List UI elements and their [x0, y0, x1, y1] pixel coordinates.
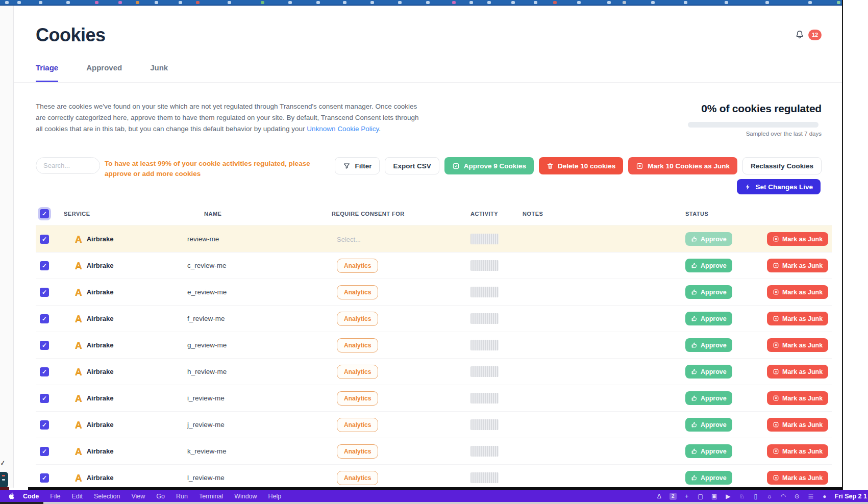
spotlight-search-icon[interactable]: ⊙ — [793, 493, 801, 499]
browser-tab-favicon[interactable] — [196, 1, 200, 4]
set-changes-live-button[interactable]: Set Changes Live — [737, 179, 821, 194]
consent-cell[interactable]: Analytics — [332, 259, 470, 273]
consent-cell[interactable]: Analytics — [332, 391, 470, 406]
consent-tag[interactable]: Analytics — [337, 391, 378, 406]
browser-tab-favicon[interactable] — [577, 1, 581, 4]
flask-icon[interactable]: Δ — [656, 493, 663, 499]
terminal-icon[interactable]: ▣ — [711, 493, 718, 499]
consent-tag[interactable]: Analytics — [337, 418, 378, 432]
table-row[interactable]: ✓ A Airbrake e_review-me Analytics Appro… — [36, 279, 832, 305]
mark-as-junk-button[interactable]: Mark as Junk — [767, 418, 828, 432]
table-row[interactable]: ✓ A Airbrake k_review-me Analytics Appro… — [36, 438, 832, 464]
row-checkbox[interactable]: ✓ — [40, 261, 49, 270]
browser-tab-favicon[interactable] — [370, 1, 374, 4]
consent-cell[interactable]: Analytics — [332, 444, 470, 459]
search-input[interactable] — [36, 157, 100, 174]
table-row[interactable]: ✓ A Airbrake g_review-me Analytics Appro… — [36, 332, 832, 358]
row-checkbox[interactable]: ✓ — [40, 235, 49, 244]
mark-as-junk-button[interactable]: Mark as Junk — [767, 471, 828, 485]
mark-as-junk-button[interactable]: Mark as Junk — [767, 338, 828, 352]
notification-badge[interactable]: 12 — [808, 30, 822, 40]
approve-button[interactable]: Approve — [685, 285, 732, 299]
approve-button[interactable]: Approve — [685, 338, 732, 352]
consent-cell[interactable]: Select... — [332, 235, 470, 244]
consent-tag[interactable]: Analytics — [337, 312, 378, 326]
table-row[interactable]: ✓ A Airbrake j_review-me Analytics Appro… — [36, 411, 832, 438]
plus-icon[interactable]: + — [683, 493, 690, 499]
browser-tab-favicon[interactable] — [808, 1, 812, 4]
mark-as-junk-button[interactable]: Mark as Junk — [767, 391, 828, 405]
filter-button[interactable]: Filter — [335, 157, 380, 174]
browser-tab-favicon[interactable] — [5, 1, 9, 4]
menubar-item[interactable]: Window — [229, 493, 262, 500]
browser-tab-favicon[interactable] — [837, 1, 840, 4]
browser-tab-favicon[interactable] — [261, 1, 264, 4]
consent-tag[interactable]: Analytics — [337, 471, 378, 485]
mark-junk-bulk-button[interactable]: Mark 10 Cookies as Junk — [628, 157, 737, 174]
fox-icon[interactable]: ♘ — [738, 493, 746, 499]
browser-tab-favicon[interactable] — [607, 1, 611, 4]
menubar-item[interactable]: Run — [170, 493, 193, 500]
mark-as-junk-button[interactable]: Mark as Junk — [767, 312, 828, 325]
menubar-clock[interactable]: Fri Sep 2 1 — [835, 493, 867, 500]
menubar-item[interactable]: Terminal — [193, 493, 229, 500]
browser-tab-favicon[interactable] — [553, 1, 557, 4]
consent-cell[interactable]: Analytics — [332, 338, 470, 352]
browser-tab-favicon[interactable] — [39, 1, 42, 4]
menubar-item[interactable]: Edit — [66, 493, 88, 500]
browser-tab-favicon[interactable] — [765, 1, 769, 4]
row-checkbox[interactable]: ✓ — [40, 288, 49, 297]
browser-tab-favicon[interactable] — [684, 1, 687, 4]
browser-tab-favicon[interactable] — [179, 1, 182, 4]
browser-tab-favicon[interactable] — [316, 1, 320, 4]
browser-tab-favicon[interactable] — [136, 1, 139, 4]
row-checkbox[interactable]: ✓ — [40, 420, 49, 430]
row-checkbox[interactable]: ✓ — [40, 394, 49, 403]
control-center-icon[interactable]: ☰ — [807, 493, 814, 499]
menubar-item[interactable]: File — [44, 493, 66, 500]
browser-tab-favicon[interactable] — [511, 1, 515, 4]
browser-tab-favicon[interactable] — [343, 1, 346, 4]
apple-logo-icon[interactable] — [5, 492, 17, 500]
unknown-cookie-policy-link[interactable]: Unknown Cookie Policy — [307, 125, 379, 133]
approve-button[interactable]: Approve — [685, 365, 732, 379]
browser-tabstrip[interactable] — [0, 0, 842, 6]
mark-as-junk-button[interactable]: Mark as Junk — [767, 285, 828, 299]
approve-button[interactable]: Approve — [685, 312, 732, 325]
consent-cell[interactable]: Analytics — [332, 365, 470, 379]
browser-tab-favicon[interactable] — [487, 1, 491, 4]
consent-tag[interactable]: Analytics — [337, 338, 378, 352]
browser-tab-favicon[interactable] — [288, 1, 292, 4]
status-dot-icon[interactable]: ● — [821, 493, 828, 499]
settings-icon[interactable]: ☼ — [766, 493, 773, 499]
browser-tab-favicon[interactable] — [725, 1, 728, 4]
browser-tab-favicon[interactable] — [651, 1, 655, 4]
browser-tab-favicon[interactable] — [469, 1, 473, 4]
table-row[interactable]: ✓ A Airbrake f_review-me Analytics Appro… — [36, 305, 832, 332]
browser-tab-favicon[interactable] — [155, 1, 158, 4]
browser-tab-favicon[interactable] — [95, 1, 98, 4]
consent-tag[interactable]: Analytics — [337, 365, 378, 379]
reclassify-cookies-button[interactable]: Reclassify Cookies — [742, 157, 822, 174]
approve-button[interactable]: Approve — [685, 391, 732, 405]
browser-tab-favicon[interactable] — [534, 1, 537, 4]
approve-button[interactable]: Approve — [685, 232, 732, 246]
approve-button[interactable]: Approve — [685, 471, 732, 485]
row-checkbox[interactable]: ✓ — [40, 447, 49, 456]
browser-tab-favicon[interactable] — [398, 1, 402, 4]
export-csv-button[interactable]: Export CSV — [385, 157, 439, 174]
copy-icon[interactable]: ▢ — [697, 493, 704, 499]
row-checkbox[interactable]: ✓ — [40, 341, 49, 350]
menubar-item[interactable]: Go — [151, 493, 170, 500]
battery-icon[interactable]: ▯ — [752, 493, 759, 499]
mark-as-junk-button[interactable]: Mark as Junk — [767, 259, 828, 272]
bell-icon[interactable] — [795, 29, 805, 40]
table-row[interactable]: ✓ A Airbrake c_review-me Analytics Appro… — [36, 252, 832, 279]
consent-cell[interactable]: Analytics — [332, 312, 470, 326]
consent-tag[interactable]: Analytics — [337, 444, 378, 459]
table-row[interactable]: ✓ A Airbrake review-me Select... Approve — [36, 225, 832, 252]
select-all-checkbox[interactable]: ✓ — [40, 209, 49, 218]
delete-cookies-button[interactable]: Delete 10 cookies — [539, 157, 623, 174]
row-checkbox[interactable]: ✓ — [40, 367, 49, 376]
browser-tab-favicon[interactable] — [228, 1, 231, 4]
